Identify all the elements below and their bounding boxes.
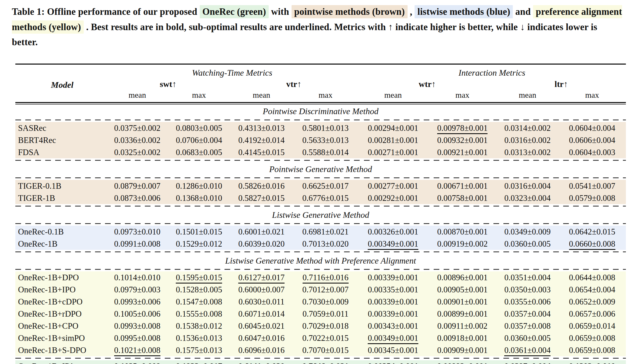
metric-value: 0.0357±0.004 [504, 309, 551, 318]
model-name: OneRec-0.1B [15, 226, 106, 238]
model-name: OneRec-1B+CPO [15, 320, 106, 332]
metric-value: 0.1536±0.013 [176, 333, 222, 343]
table-row: OneRec-1B+cDPO0.0993±0.0060.1547±0.0080.… [15, 296, 626, 308]
metric-value: 0.00899±0.001 [437, 309, 488, 318]
metric-value: 0.4192±0.014 [238, 135, 285, 145]
metric-value: 0.00339±0.001 [368, 297, 418, 306]
table-caption: Table 1: Offline performance of our prop… [0, 0, 638, 50]
metric-value: 0.0803±0.005 [176, 123, 222, 133]
metric-value: 0.00354±0.001 [368, 362, 418, 364]
metric-value: 0.5633±0.013 [302, 135, 349, 145]
metric-value: 0.7029±0.018 [302, 321, 349, 331]
dashed-separator-row [15, 267, 626, 271]
metric-value: 0.00918±0.001 [437, 333, 488, 343]
metric-value: 0.1501±0.015 [176, 227, 222, 236]
caption-text: . Best results are in bold, sub-optimal … [12, 22, 597, 48]
model-name: OneRec-1B+IPO [15, 284, 106, 296]
metric-value: 0.7022±0.015 [302, 333, 349, 343]
metric-value: 0.00921±0.001 [437, 148, 488, 157]
metric-value: 0.5826±0.016 [238, 181, 285, 191]
dashed-separator [15, 269, 626, 270]
metric-value: 0.7059±0.011 [303, 309, 349, 318]
metric-value: 0.0325±0.002 [114, 148, 160, 157]
dashed-separator-row [15, 204, 626, 208]
metric-value: 0.00335±0.001 [368, 285, 418, 294]
metric-value: 0.5801±0.013 [302, 123, 349, 133]
metric-value: 0.0979±0.003 [114, 285, 160, 294]
caption-text: and [515, 6, 531, 17]
metric-value: 0.0993±0.008 [114, 321, 160, 331]
metric-value: 0.6047±0.016 [238, 333, 285, 343]
metric-value: 0.1021±0.008 [114, 345, 160, 356]
metric-value: 0.0973±0.010 [114, 227, 160, 236]
metric-value: 0.6039±0.020 [238, 239, 285, 248]
stat-header-row: mean max mean max mean max mean max [15, 90, 626, 102]
metric-value: 0.00870±0.001 [437, 227, 488, 236]
metric-value: 0.6045±0.021 [238, 321, 285, 331]
metric-value: 0.00671±0.001 [437, 181, 488, 191]
metric-value: 0.1286±0.010 [176, 181, 222, 191]
dashed-separator-row [15, 250, 626, 254]
metric-value: 0.1595±0.015 [176, 273, 222, 284]
metric-value: 0.7070±0.015 [302, 345, 349, 355]
caption-highlight-green: OneRec (green) [200, 5, 269, 18]
dashed-separator [15, 358, 626, 359]
metric-value: 0.6981±0.021 [302, 227, 349, 236]
metric-value: 0.0991±0.008 [114, 239, 160, 248]
header-rule [15, 102, 626, 104]
metric-value: 0.00281±0.001 [368, 135, 418, 145]
header-rule-row [15, 102, 626, 104]
metric-value: 0.1933±0.017 [176, 362, 222, 364]
table-row: OneRec-1B+S-DPO0.1021±0.0080.1575±0.0130… [15, 344, 626, 356]
metric-value: 0.0375±0.002 [114, 123, 160, 133]
metric-value: 0.6096±0.016 [238, 345, 285, 355]
metric-value: 0.0654±0.004 [569, 285, 615, 294]
metric-value: 0.00932±0.001 [437, 135, 488, 145]
metric-value: 0.00911±0.002 [437, 321, 487, 331]
metric-value: 0.6000±0.007 [238, 285, 285, 294]
table-row: OneRec-1B+CPO0.0993±0.0080.1538±0.0120.6… [15, 320, 626, 332]
metric-value: 0.0350±0.003 [504, 285, 551, 294]
metric-value: 0.1203±0.010 [569, 362, 615, 364]
metric-value: 0.6141±0.020 [238, 362, 285, 364]
dashed-separator [15, 251, 626, 252]
metric-value: 0.0642±0.015 [569, 227, 615, 236]
metric-value: 0.0660±0.008 [569, 239, 615, 250]
section-title-row: Listwise Generative Method with Preferen… [15, 254, 626, 267]
metric-value: 0.0336±0.002 [114, 135, 160, 145]
caption-text: Table 1: Offline performance of our prop… [12, 6, 197, 17]
caption-text: , [410, 6, 412, 17]
metric-value: 0.00919±0.002 [437, 239, 488, 248]
metric-header-swt: swt↑ [106, 78, 230, 90]
metric-value: 0.0644±0.008 [569, 273, 615, 282]
metric-value: 0.1368±0.010 [176, 193, 222, 203]
model-name: OneRec-1B+IPA [15, 360, 106, 364]
dashed-separator [15, 206, 626, 206]
dashed-separator-row [15, 222, 626, 226]
metric-value: 0.6776±0.015 [302, 193, 349, 203]
dashed-separator [15, 177, 626, 178]
model-name: OneRec-1B+cDPO [15, 296, 106, 308]
dashed-separator-row [15, 356, 626, 360]
metric-header-row: swt↑ vtr↑ wtr↑ ltr↑ [15, 78, 626, 90]
section-title: Pointwise Generative Method [15, 162, 626, 176]
metric-value: 0.7013±0.020 [302, 239, 349, 248]
section-title: Listwise Generative Method with Preferen… [15, 254, 626, 267]
dashed-separator [15, 160, 626, 161]
metric-value: 0.00326±0.001 [368, 227, 418, 236]
dashed-separator-row [15, 176, 626, 180]
model-name: BERT4Rec [15, 134, 106, 146]
metric-value: 0.0349±0.009 [504, 227, 551, 236]
dashed-separator-row [15, 118, 626, 122]
section-title-row: Pointwise Generative Method [15, 162, 626, 176]
model-name: OneRec-1B+simPO [15, 332, 106, 344]
model-name: OneRec-1B+S-DPO [15, 344, 106, 356]
metric-value: 0.1005±0.006 [114, 309, 160, 318]
model-name: TIGER-0.1B [15, 180, 106, 192]
metric-value: 0.1538±0.012 [176, 321, 222, 331]
dashed-separator-row [15, 158, 626, 162]
metric-value: 0.0313±0.002 [504, 148, 551, 157]
stat-header: max [558, 90, 626, 102]
metric-value: 0.0351±0.004 [504, 273, 551, 282]
metric-value: 0.1528±0.005 [176, 285, 222, 294]
